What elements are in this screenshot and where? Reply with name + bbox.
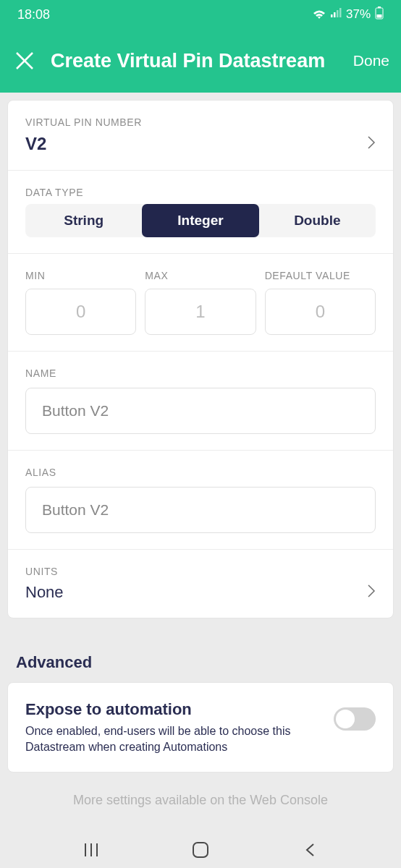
content: VIRTUAL PIN NUMBER V2 DATA TYPE String I… (0, 93, 401, 815)
default-input[interactable] (265, 289, 376, 335)
footer-note: More settings available on the Web Conso… (7, 793, 394, 808)
segment-double[interactable]: Double (259, 204, 376, 237)
units-label: UNITS (25, 566, 376, 577)
expose-toggle[interactable] (334, 707, 376, 731)
default-col: DEFAULT VALUE (265, 270, 376, 335)
min-input[interactable] (25, 289, 136, 335)
advanced-heading: Advanced (7, 618, 394, 682)
expose-desc: Once enabled, end-users will be able to … (25, 723, 321, 754)
nav-home-icon (191, 841, 210, 859)
segment-string[interactable]: String (25, 204, 142, 237)
done-button[interactable]: Done (353, 52, 389, 69)
svg-rect-12 (193, 843, 208, 857)
data-type-segmented: String Integer Double (25, 204, 376, 237)
units-section: UNITS None (8, 550, 393, 618)
svg-rect-3 (339, 8, 342, 17)
virtual-pin-section: VIRTUAL PIN NUMBER V2 (8, 101, 393, 171)
main-card: VIRTUAL PIN NUMBER V2 DATA TYPE String I… (7, 100, 394, 618)
nav-home-button[interactable] (189, 838, 212, 861)
status-time: 18:08 (17, 7, 50, 22)
nav-bar (0, 832, 401, 868)
nav-recent-button[interactable] (80, 838, 103, 861)
expose-title: Expose to automation (25, 700, 321, 719)
battery-percent: 37% (346, 7, 371, 22)
name-input[interactable] (25, 388, 376, 434)
data-type-label: DATA TYPE (25, 187, 376, 198)
svg-rect-2 (337, 10, 339, 17)
min-label: MIN (25, 270, 136, 281)
svg-rect-0 (331, 14, 333, 17)
virtual-pin-selector[interactable]: V2 (25, 134, 376, 154)
header: Create Virtual Pin Datastream Done (0, 29, 401, 93)
nav-recent-icon (83, 842, 99, 858)
page-title: Create Virtual Pin Datastream (51, 50, 340, 72)
battery-icon (375, 7, 384, 23)
default-label: DEFAULT VALUE (265, 270, 376, 281)
close-button[interactable] (12, 48, 38, 74)
alias-section: ALIAS (8, 451, 393, 550)
svg-rect-6 (377, 14, 382, 18)
nav-back-button[interactable] (298, 838, 321, 861)
alias-label: ALIAS (25, 467, 376, 478)
max-label: MAX (145, 270, 256, 281)
segment-integer[interactable]: Integer (142, 204, 258, 237)
chevron-right-icon (367, 135, 376, 153)
status-bar: 18:08 37% (0, 0, 401, 29)
min-col: MIN (25, 270, 136, 335)
units-value: None (25, 583, 64, 602)
signal-icon (330, 7, 342, 22)
expose-toggle-row: Expose to automation Once enabled, end-u… (25, 700, 376, 754)
svg-rect-1 (334, 12, 336, 17)
range-section: MIN MAX DEFAULT VALUE (8, 254, 393, 352)
advanced-card: Expose to automation Once enabled, end-u… (7, 682, 394, 773)
wifi-icon (313, 9, 326, 20)
virtual-pin-value: V2 (25, 134, 46, 154)
units-selector[interactable]: None (25, 583, 376, 602)
nav-back-icon (304, 842, 316, 858)
status-right: 37% (313, 7, 384, 23)
max-input[interactable] (145, 289, 256, 335)
name-section: NAME (8, 352, 393, 451)
max-col: MAX (145, 270, 256, 335)
name-label: NAME (25, 367, 376, 379)
alias-input[interactable] (25, 487, 376, 533)
chevron-right-icon (367, 584, 376, 601)
close-icon (14, 50, 35, 72)
virtual-pin-label: VIRTUAL PIN NUMBER (25, 116, 376, 128)
data-type-section: DATA TYPE String Integer Double (8, 171, 393, 254)
